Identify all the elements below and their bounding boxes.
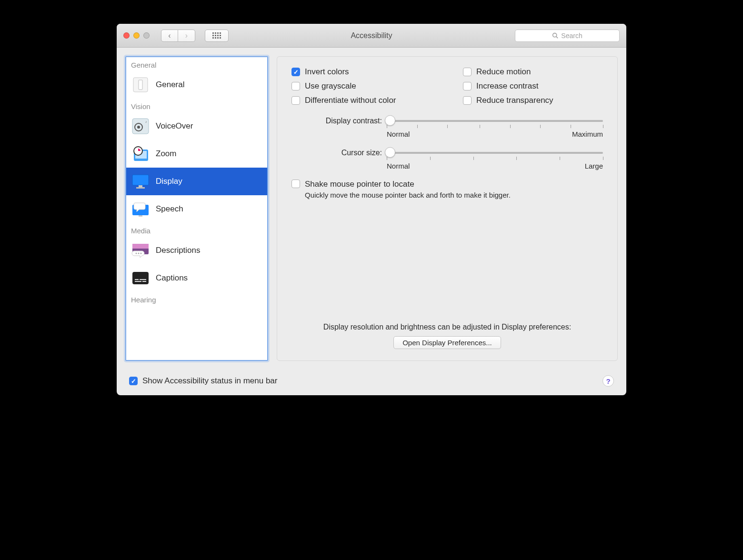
svg-rect-17 (132, 244, 149, 249)
checkbox-label: Differentiate without color (305, 96, 396, 105)
svg-point-0 (553, 33, 557, 37)
minimize-button[interactable] (133, 32, 140, 39)
svg-point-6 (137, 126, 140, 129)
accessibility-window: ‹ › Accessibility Search General (117, 24, 626, 395)
svg-rect-25 (142, 281, 146, 282)
svg-text:♪: ♪ (145, 120, 147, 123)
sidebar[interactable]: General General Vision ♪ VoiceOver Zoom (125, 56, 268, 361)
cursor-size-row: Cursor size: Normal Large (291, 148, 603, 170)
checkbox-icon (291, 96, 300, 105)
svg-rect-23 (140, 279, 146, 280)
shake-pointer-row: Shake mouse pointer to locate Quickly mo… (291, 180, 603, 199)
search-placeholder: Search (561, 32, 582, 40)
sidebar-item-label: Display (156, 177, 182, 186)
slider-max-label: Large (585, 162, 603, 170)
grid-icon (212, 32, 221, 39)
slider-thumb[interactable] (385, 147, 395, 158)
sidebar-item-general[interactable]: General (126, 71, 267, 99)
back-button[interactable]: ‹ (161, 30, 178, 42)
window-footer: Show Accessibility status in menu bar ? (117, 370, 626, 395)
checkbox-label: Invert colors (305, 67, 349, 77)
cursor-size-slider[interactable] (387, 148, 603, 157)
voiceover-icon: ♪ (131, 117, 150, 135)
section-label-hearing: Hearing (126, 292, 267, 306)
note-text: Display resolution and brightness can be… (277, 323, 617, 331)
checkbox-icon (291, 68, 300, 76)
chevron-left-icon: ‹ (168, 31, 171, 40)
checkbox-shake-pointer[interactable] (291, 180, 300, 188)
sidebar-item-label: Captions (156, 273, 188, 283)
window-body: General General Vision ♪ VoiceOver Zoom (117, 48, 626, 370)
display-icon (131, 172, 150, 190)
forward-button[interactable]: › (178, 30, 195, 42)
checkbox-label: Increase contrast (476, 81, 538, 91)
checkbox-icon (463, 96, 472, 105)
checkbox-increase-contrast[interactable]: Increase contrast (463, 81, 603, 91)
help-button[interactable]: ? (602, 375, 614, 387)
checkbox-icon (291, 82, 300, 90)
slider-max-label: Maximum (572, 130, 603, 138)
checkbox-icon (463, 68, 472, 76)
bottom-note: Display resolution and brightness can be… (277, 323, 617, 349)
sidebar-item-label: Zoom (156, 149, 176, 159)
slider-thumb[interactable] (385, 115, 395, 126)
search-icon (552, 32, 558, 39)
checkbox-icon (129, 377, 138, 385)
sidebar-item-label: Descriptions (156, 246, 201, 255)
zoom-button[interactable] (143, 32, 150, 39)
checkbox-show-status[interactable]: Show Accessibility status in menu bar (129, 376, 277, 386)
svg-rect-24 (135, 281, 141, 282)
content-pane: Invert colors Reduce motion Use grayscal… (277, 56, 618, 361)
section-label-media: Media (126, 223, 267, 237)
slider-legend: Normal Large (387, 162, 603, 170)
shake-label: Shake mouse pointer to locate (305, 180, 511, 189)
checkbox-label: Show Accessibility status in menu bar (142, 376, 277, 386)
sidebar-item-voiceover[interactable]: ♪ VoiceOver (126, 112, 267, 140)
svg-line-1 (556, 37, 558, 38)
general-icon (131, 76, 150, 94)
section-label-vision: Vision (126, 99, 267, 112)
sidebar-item-descriptions[interactable]: Descriptions (126, 237, 267, 264)
checkbox-use-grayscale[interactable]: Use grayscale (291, 81, 463, 91)
checkbox-differentiate[interactable]: Differentiate without color (291, 96, 463, 105)
display-contrast-row: Display contrast: (291, 116, 603, 138)
display-contrast-slider[interactable] (387, 116, 603, 125)
section-label-general: General (126, 57, 267, 71)
zoom-icon (131, 145, 150, 163)
captions-icon (131, 269, 150, 287)
slider-label: Display contrast: (291, 116, 387, 125)
checkbox-invert-colors[interactable]: Invert colors (291, 67, 463, 77)
checkbox-icon (463, 82, 472, 90)
sidebar-item-display[interactable]: Display (126, 168, 267, 195)
sidebar-item-label: VoiceOver (156, 121, 193, 131)
svg-rect-21 (132, 272, 149, 284)
svg-rect-22 (135, 279, 139, 280)
checkbox-reduce-transparency[interactable]: Reduce transparency (463, 96, 603, 105)
svg-point-20 (141, 253, 142, 254)
sidebar-item-label: Speech (156, 204, 183, 214)
search-input[interactable]: Search (515, 30, 620, 42)
sidebar-item-captions[interactable]: Captions (126, 264, 267, 292)
svg-rect-12 (139, 185, 142, 187)
sidebar-item-zoom[interactable]: Zoom (126, 140, 267, 168)
checkbox-label: Reduce transparency (476, 96, 553, 105)
shake-description: Quickly move the mouse pointer back and … (305, 191, 511, 199)
checkbox-label: Reduce motion (476, 67, 531, 77)
slider-min-label: Normal (387, 130, 410, 138)
show-all-button[interactable] (205, 30, 229, 42)
slider-legend: Normal Maximum (387, 130, 603, 138)
slider-label: Cursor size: (291, 148, 387, 157)
chevron-right-icon: › (185, 31, 188, 40)
close-button[interactable] (123, 32, 130, 39)
open-display-preferences-button[interactable]: Open Display Preferences... (393, 336, 501, 349)
svg-rect-11 (132, 175, 149, 185)
svg-rect-15 (139, 215, 142, 217)
svg-point-18 (136, 253, 137, 254)
checkbox-label: Use grayscale (305, 81, 356, 91)
svg-rect-13 (136, 187, 145, 189)
sidebar-item-label: General (156, 80, 184, 90)
svg-rect-3 (139, 80, 142, 90)
checkbox-reduce-motion[interactable]: Reduce motion (463, 67, 603, 77)
options-grid: Invert colors Reduce motion Use grayscal… (291, 67, 603, 105)
sidebar-item-speech[interactable]: Speech (126, 195, 267, 223)
